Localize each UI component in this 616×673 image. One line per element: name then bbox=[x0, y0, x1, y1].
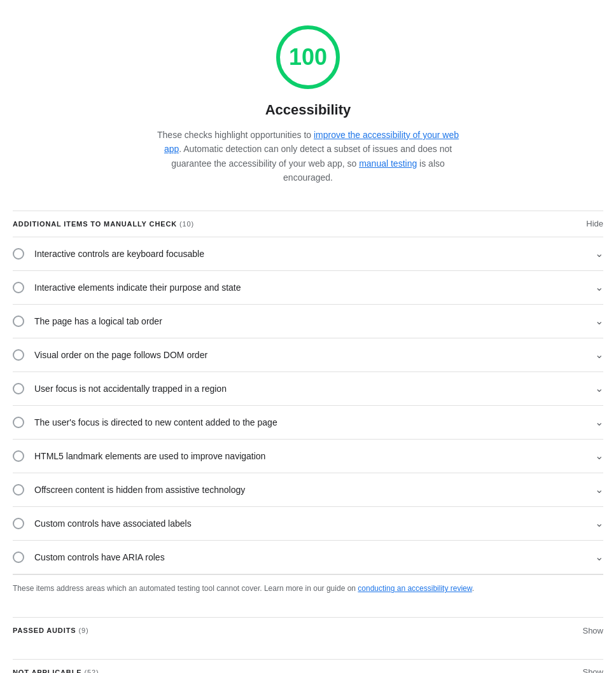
chevron-down-icon-1: ⌄ bbox=[595, 246, 603, 261]
passed-section-header: PASSED AUDITS (9) Show bbox=[13, 617, 603, 644]
audit-circle-3 bbox=[13, 316, 24, 327]
audit-item-1-left: Interactive controls are keyboard focusa… bbox=[13, 247, 204, 261]
audit-item-2[interactable]: Interactive elements indicate their purp… bbox=[13, 271, 603, 305]
chevron-down-icon-2: ⌄ bbox=[595, 280, 603, 295]
passed-section-toggle[interactable]: Show bbox=[582, 626, 603, 635]
audit-list: Interactive controls are keyboard focusa… bbox=[13, 237, 603, 574]
audit-item-1[interactable]: Interactive controls are keyboard focusa… bbox=[13, 237, 603, 271]
audit-circle-10 bbox=[13, 552, 24, 563]
not-applicable-section-toggle[interactable]: Show bbox=[582, 667, 603, 673]
audit-item-9-left: Custom controls have associated labels bbox=[13, 517, 192, 531]
additional-section-count: (10) bbox=[179, 220, 194, 228]
chevron-down-icon-7: ⌄ bbox=[595, 448, 603, 464]
manual-note-text-after: . bbox=[472, 584, 474, 593]
audit-circle-4 bbox=[13, 349, 24, 361]
audit-label-1: Interactive controls are keyboard focusa… bbox=[34, 247, 204, 261]
audit-item-10-left: Custom controls have ARIA roles bbox=[13, 551, 165, 564]
audit-item-10[interactable]: Custom controls have ARIA roles ⌄ bbox=[13, 541, 603, 574]
score-section: 100 Accessibility These checks highlight… bbox=[13, 25, 603, 185]
audit-label-10: Custom controls have ARIA roles bbox=[34, 551, 165, 564]
audit-label-5: User focus is not accidentally trapped i… bbox=[34, 382, 227, 396]
audit-label-8: Offscreen content is hidden from assisti… bbox=[34, 483, 245, 497]
audit-circle-1 bbox=[13, 248, 24, 260]
audit-item-7[interactable]: HTML5 landmark elements are used to impr… bbox=[13, 440, 603, 473]
audit-item-6[interactable]: The user's focus is directed to new cont… bbox=[13, 406, 603, 440]
score-circle: 100 bbox=[276, 25, 340, 89]
audit-item-8[interactable]: Offscreen content is hidden from assisti… bbox=[13, 473, 603, 507]
score-description: These checks highlight opportunities to … bbox=[149, 128, 467, 185]
not-applicable-section-count: (52) bbox=[84, 669, 99, 673]
audit-item-3-left: The page has a logical tab order bbox=[13, 315, 162, 328]
additional-section-header: ADDITIONAL ITEMS TO MANUALLY CHECK (10) … bbox=[13, 211, 603, 237]
score-value: 100 bbox=[289, 40, 327, 74]
audit-circle-9 bbox=[13, 518, 24, 529]
audit-label-9: Custom controls have associated labels bbox=[34, 517, 192, 531]
audit-item-5-left: User focus is not accidentally trapped i… bbox=[13, 382, 227, 396]
not-applicable-section: NOT APPLICABLE (52) Show bbox=[13, 659, 603, 673]
chevron-down-icon-8: ⌄ bbox=[595, 482, 603, 497]
score-title: Accessibility bbox=[265, 99, 351, 120]
chevron-down-icon-3: ⌄ bbox=[595, 314, 603, 329]
passed-section: PASSED AUDITS (9) Show bbox=[13, 617, 603, 644]
additional-section-toggle[interactable]: Hide bbox=[586, 219, 603, 228]
audit-label-7: HTML5 landmark elements are used to impr… bbox=[34, 450, 265, 463]
accessibility-review-link[interactable]: conducting an accessibility review bbox=[358, 584, 472, 593]
chevron-down-icon-4: ⌄ bbox=[595, 347, 603, 363]
passed-section-count: (9) bbox=[78, 627, 88, 634]
audit-item-6-left: The user's focus is directed to new cont… bbox=[13, 416, 277, 429]
audit-item-7-left: HTML5 landmark elements are used to impr… bbox=[13, 450, 265, 463]
page-container: 100 Accessibility These checks highlight… bbox=[0, 0, 616, 673]
not-applicable-section-title: NOT APPLICABLE (52) bbox=[13, 667, 99, 673]
chevron-down-icon-5: ⌄ bbox=[595, 381, 603, 396]
audit-label-3: The page has a logical tab order bbox=[34, 315, 162, 328]
audit-item-8-left: Offscreen content is hidden from assisti… bbox=[13, 483, 245, 497]
audit-label-4: Visual order on the page follows DOM ord… bbox=[34, 349, 207, 362]
audit-item-2-left: Interactive elements indicate their purp… bbox=[13, 281, 241, 295]
audit-item-5[interactable]: User focus is not accidentally trapped i… bbox=[13, 372, 603, 406]
not-applicable-section-header: NOT APPLICABLE (52) Show bbox=[13, 659, 603, 673]
audit-item-4[interactable]: Visual order on the page follows DOM ord… bbox=[13, 338, 603, 372]
manual-note-text-before: These items address areas which an autom… bbox=[13, 584, 358, 593]
chevron-down-icon-6: ⌄ bbox=[595, 415, 603, 430]
audit-circle-8 bbox=[13, 484, 24, 496]
chevron-down-icon-9: ⌄ bbox=[595, 516, 603, 531]
audit-circle-7 bbox=[13, 450, 24, 462]
audit-circle-5 bbox=[13, 383, 24, 394]
audit-circle-2 bbox=[13, 282, 24, 293]
audit-circle-6 bbox=[13, 417, 24, 428]
passed-section-title: PASSED AUDITS (9) bbox=[13, 625, 88, 636]
manual-testing-link[interactable]: manual testing bbox=[359, 158, 417, 169]
audit-label-2: Interactive elements indicate their purp… bbox=[34, 281, 241, 295]
audit-item-3[interactable]: The page has a logical tab order ⌄ bbox=[13, 305, 603, 338]
audit-item-4-left: Visual order on the page follows DOM ord… bbox=[13, 349, 207, 362]
additional-section-title: ADDITIONAL ITEMS TO MANUALLY CHECK (10) bbox=[13, 219, 194, 230]
audit-label-6: The user's focus is directed to new cont… bbox=[34, 416, 277, 429]
chevron-down-icon-10: ⌄ bbox=[595, 550, 603, 565]
score-desc-before: These checks highlight opportunities to bbox=[157, 130, 314, 140]
audit-item-9[interactable]: Custom controls have associated labels ⌄ bbox=[13, 507, 603, 541]
manual-note: These items address areas which an autom… bbox=[13, 574, 603, 602]
